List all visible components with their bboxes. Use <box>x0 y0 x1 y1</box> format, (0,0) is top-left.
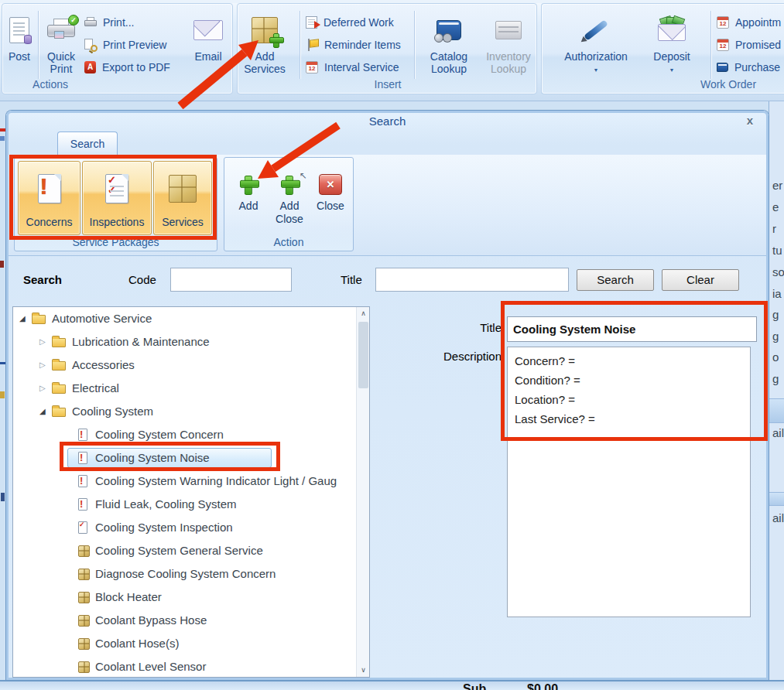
concern-doc-icon: ! <box>78 475 87 487</box>
printer-icon: ✓ <box>47 19 75 42</box>
reminder-items-button[interactable]: Reminder Items <box>306 33 401 56</box>
deferred-work-icon <box>306 16 317 29</box>
tree-scrollbar[interactable]: ∧ ∨ <box>356 307 369 677</box>
post-icon <box>9 17 29 43</box>
tree-item[interactable]: Cooling System General Service <box>13 540 369 562</box>
authorization-button[interactable]: Authorization ▼ <box>553 9 639 87</box>
tree-item[interactable]: ◢Cooling System <box>13 401 369 423</box>
background-text-fragment: g <box>772 372 779 385</box>
inventory-lookup-icon <box>495 21 522 39</box>
tree-item-label: Block Heater <box>95 590 162 603</box>
purchase-button[interactable]: Purchase <box>717 56 781 78</box>
separator <box>414 11 415 79</box>
expand-icon[interactable]: ▷ <box>39 384 46 393</box>
background-text-fragment: ail <box>772 426 784 439</box>
ribbon-group-actions-label: Actions <box>33 78 68 91</box>
collapse-icon[interactable]: ◢ <box>39 407 46 416</box>
exclamation-mark: ! <box>80 498 83 510</box>
flag-icon <box>306 39 318 51</box>
ribbon-group-work-order-label: Work Order <box>700 78 756 91</box>
ribbon-group-insert: Add Services Deferred Work Reminder Item… <box>237 3 537 94</box>
print-preview-label: Print Preview <box>103 39 166 51</box>
appointments-button[interactable]: 12 Appointm <box>717 11 781 33</box>
subtotal-value: $0.00 <box>527 682 558 690</box>
dialog-title: Search <box>6 114 769 128</box>
tree-item[interactable]: Coolant Bypass Hose <box>13 610 369 632</box>
deferred-work-button[interactable]: Deferred Work <box>306 11 401 33</box>
background-band <box>769 492 784 506</box>
service-cube-icon <box>78 592 90 603</box>
expand-icon[interactable]: ▷ <box>39 337 46 347</box>
printer-icon <box>84 17 97 28</box>
title-input[interactable] <box>375 268 569 292</box>
folder-icon <box>52 338 66 347</box>
interval-service-button[interactable]: 12 Interval Service <box>306 56 401 78</box>
inventory-lookup-button[interactable]: Inventory Lookup <box>481 9 536 87</box>
tree-item[interactable]: ▷Lubrication & Maintenance <box>13 331 369 354</box>
catalog-lookup-button[interactable]: Catalog Lookup <box>419 9 479 87</box>
collapse-icon[interactable]: ◢ <box>19 314 26 323</box>
clear-button[interactable]: Clear <box>662 269 739 291</box>
reminder-items-label: Reminder Items <box>324 39 401 51</box>
email-button[interactable]: Email <box>187 9 230 87</box>
add-button[interactable]: Add <box>228 161 269 238</box>
add-close-button[interactable]: ↖ Add Close <box>269 161 310 238</box>
deposit-icon <box>658 19 686 42</box>
concern-doc-icon: ! <box>78 498 87 511</box>
plus-badge-icon <box>269 33 282 46</box>
expand-icon[interactable]: ▷ <box>39 360 46 370</box>
tree-item[interactable]: Coolant Level Sensor <box>13 656 369 678</box>
tree-item[interactable]: ▷Electrical <box>13 377 369 400</box>
tree-item[interactable]: Coolant Hose(s) <box>13 633 369 655</box>
dialog-close-button[interactable]: x <box>747 114 753 127</box>
background-text-fragment: so <box>772 265 784 278</box>
post-button[interactable]: Post <box>2 9 36 87</box>
purchase-label: Purchase <box>734 61 780 73</box>
export-to-pdf-button[interactable]: A Export to PDF <box>84 56 170 78</box>
close-button[interactable]: ✕ Close <box>310 161 351 238</box>
tree-item[interactable]: ◢Automotive Service <box>13 308 369 330</box>
detail-description-label: Description <box>418 350 502 363</box>
ribbon-group-actions: Post ✓ Quick Print Print... Print Previe… <box>2 3 233 94</box>
tab-search[interactable]: Search <box>57 132 118 155</box>
tree-item[interactable]: !Cooling System Warning Indicator Light … <box>13 470 369 493</box>
tree-item[interactable]: Diagnose Cooling System Concern <box>13 563 369 586</box>
tree-item[interactable]: !Fluid Leak, Cooling System <box>13 494 369 516</box>
tree-item-label: Diagnose Cooling System Concern <box>95 567 276 580</box>
authorization-label: Authorization <box>564 50 628 63</box>
tree-item-label: Lubrication & Maintenance <box>72 335 210 348</box>
print-label: Print... <box>103 16 134 29</box>
calendar-number: 12 <box>717 20 728 28</box>
service-cube-icon <box>78 661 90 673</box>
add-close-icon: ↖ <box>281 176 299 193</box>
pdf-icon: A <box>84 61 96 73</box>
promised-button[interactable]: 12 Promised <box>717 33 781 56</box>
calendar-icon: 12 <box>717 16 729 29</box>
deposit-button[interactable]: Deposit ▼ <box>642 9 701 87</box>
scroll-down-icon[interactable]: ∨ <box>357 664 370 677</box>
tree-item[interactable]: ▷Accessories <box>13 354 369 377</box>
catalog-lookup-icon <box>437 20 461 40</box>
tree-item-label: Fluid Leak, Cooling System <box>95 497 237 511</box>
scrollbar-thumb[interactable] <box>358 322 368 388</box>
annotation-rect-service-packages <box>9 155 217 240</box>
tree-item[interactable]: Block Heater <box>13 586 369 609</box>
print-preview-button[interactable]: Print Preview <box>84 33 170 56</box>
scroll-up-icon[interactable]: ∧ <box>357 307 370 320</box>
print-menu-rows: Print... Print Preview A Export to PDF <box>84 11 170 78</box>
add-services-label: Add Services <box>241 50 289 75</box>
appointments-label: Appointm <box>735 16 781 29</box>
exclamation-mark: ! <box>80 429 83 440</box>
quick-print-button[interactable]: ✓ Quick Print <box>39 9 83 87</box>
tree-item[interactable]: ✓Cooling System Inspection <box>13 517 369 539</box>
background-fragment <box>0 136 5 141</box>
code-input[interactable] <box>170 268 292 292</box>
background-window-right-edge: erertusoiaggogailail <box>769 101 784 690</box>
ribbon-group-insert-label: Insert <box>374 78 401 91</box>
print-button[interactable]: Print... <box>84 11 170 33</box>
add-services-button[interactable]: Add Services <box>241 9 289 87</box>
search-button[interactable]: Search <box>577 269 654 291</box>
tree-item-label: Cooling System Concern <box>95 428 224 441</box>
separator <box>300 11 300 79</box>
background-text-fragment: tu <box>772 244 782 257</box>
